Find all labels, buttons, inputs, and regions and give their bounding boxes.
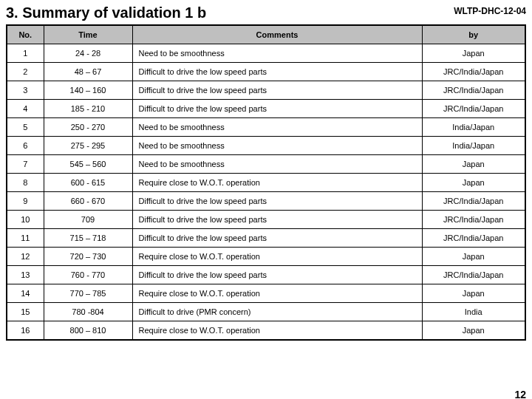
table-row: 124 - 28Need to be smoothnessJapan <box>7 44 525 63</box>
table-row: 13760 - 770Difficult to drive the low sp… <box>7 266 525 284</box>
cell-by: Japan <box>422 321 525 341</box>
table-row: 15780 -804Difficult to drive (PMR concer… <box>7 303 525 321</box>
cell-comments: Difficult to drive (PMR concern) <box>132 303 422 321</box>
cell-time: 715 – 718 <box>44 229 132 248</box>
cell-by: Japan <box>422 248 525 266</box>
cell-no: 14 <box>7 284 44 303</box>
cell-time: 48 – 67 <box>44 63 132 81</box>
cell-by: Japan <box>422 155 525 174</box>
table-header-row: No. Time Comments by <box>7 25 525 44</box>
cell-no: 12 <box>7 248 44 266</box>
cell-comments: Require close to W.O.T. operation <box>132 174 422 192</box>
table-row: 5250 - 270Need to be smoothnessIndia/Jap… <box>7 118 525 137</box>
table-row: 8600 - 615Require close to W.O.T. operat… <box>7 174 525 192</box>
cell-by: Japan <box>422 174 525 192</box>
cell-no: 5 <box>7 118 44 137</box>
table-row: 16800 – 810Require close to W.O.T. opera… <box>7 321 525 341</box>
cell-no: 8 <box>7 174 44 192</box>
cell-comments: Require close to W.O.T. operation <box>132 248 422 266</box>
validation-table: No. Time Comments by 124 - 28Need to be … <box>6 24 526 341</box>
cell-time: 24 - 28 <box>44 44 132 63</box>
cell-no: 9 <box>7 192 44 211</box>
page-header: 3. Summary of validation 1 b WLTP-DHC-12… <box>6 4 526 21</box>
cell-no: 4 <box>7 100 44 118</box>
cell-no: 6 <box>7 137 44 155</box>
cell-comments: Difficult to drive the low speed parts <box>132 211 422 229</box>
cell-time: 770 – 785 <box>44 284 132 303</box>
cell-time: 545 – 560 <box>44 155 132 174</box>
cell-by: JRC/India/Japan <box>422 192 525 211</box>
table-row: 11715 – 718Difficult to drive the low sp… <box>7 229 525 248</box>
cell-time: 720 – 730 <box>44 248 132 266</box>
cell-time: 780 -804 <box>44 303 132 321</box>
table-row: 12720 – 730Require close to W.O.T. opera… <box>7 248 525 266</box>
cell-comments: Require close to W.O.T. operation <box>132 284 422 303</box>
col-header-by: by <box>422 25 525 44</box>
cell-no: 13 <box>7 266 44 284</box>
cell-by: India/Japan <box>422 118 525 137</box>
table-row: 7545 – 560Need to be smoothnessJapan <box>7 155 525 174</box>
cell-time: 250 - 270 <box>44 118 132 137</box>
cell-comments: Difficult to drive the low speed parts <box>132 63 422 81</box>
cell-by: JRC/India/Japan <box>422 229 525 248</box>
cell-by: JRC/India/Japan <box>422 266 525 284</box>
cell-comments: Require close to W.O.T. operation <box>132 321 422 341</box>
cell-comments: Need to be smoothness <box>132 155 422 174</box>
cell-no: 7 <box>7 155 44 174</box>
cell-no: 10 <box>7 211 44 229</box>
cell-time: 185 - 210 <box>44 100 132 118</box>
cell-time: 275 - 295 <box>44 137 132 155</box>
cell-comments: Difficult to drive the low speed parts <box>132 266 422 284</box>
cell-by: JRC/India/Japan <box>422 63 525 81</box>
col-header-no: No. <box>7 25 44 44</box>
cell-comments: Difficult to drive the low speed parts <box>132 100 422 118</box>
table-row: 3140 – 160Difficult to drive the low spe… <box>7 81 525 100</box>
cell-time: 760 - 770 <box>44 266 132 284</box>
col-header-comments: Comments <box>132 25 422 44</box>
cell-no: 1 <box>7 44 44 63</box>
cell-by: India <box>422 303 525 321</box>
cell-comments: Difficult to drive the low speed parts <box>132 192 422 211</box>
cell-by: JRC/India/Japan <box>422 211 525 229</box>
cell-no: 11 <box>7 229 44 248</box>
cell-time: 140 – 160 <box>44 81 132 100</box>
cell-time: 600 - 615 <box>44 174 132 192</box>
cell-comments: Difficult to drive the low speed parts <box>132 81 422 100</box>
table-row: 6275 - 295Need to be smoothnessIndia/Jap… <box>7 137 525 155</box>
cell-no: 15 <box>7 303 44 321</box>
cell-time: 800 – 810 <box>44 321 132 341</box>
page-title: 3. Summary of validation 1 b <box>6 4 206 21</box>
table-row: 14770 – 785Require close to W.O.T. opera… <box>7 284 525 303</box>
cell-comments: Need to be smoothness <box>132 118 422 137</box>
cell-by: Japan <box>422 284 525 303</box>
cell-no: 2 <box>7 63 44 81</box>
cell-comments: Difficult to drive the low speed parts <box>132 229 422 248</box>
cell-comments: Need to be smoothness <box>132 137 422 155</box>
cell-time: 660 - 670 <box>44 192 132 211</box>
table-row: 10709Difficult to drive the low speed pa… <box>7 211 525 229</box>
cell-comments: Need to be smoothness <box>132 44 422 63</box>
cell-time: 709 <box>44 211 132 229</box>
table-row: 4185 - 210Difficult to drive the low spe… <box>7 100 525 118</box>
cell-by: JRC/India/Japan <box>422 100 525 118</box>
col-header-time: Time <box>44 25 132 44</box>
document-id: WLTP-DHC-12-04 <box>454 6 526 16</box>
cell-no: 16 <box>7 321 44 341</box>
table-row: 9660 - 670Difficult to drive the low spe… <box>7 192 525 211</box>
table-row: 248 – 67Difficult to drive the low speed… <box>7 63 525 81</box>
cell-by: India/Japan <box>422 137 525 155</box>
cell-no: 3 <box>7 81 44 100</box>
page-number: 12 <box>514 389 526 399</box>
cell-by: Japan <box>422 44 525 63</box>
cell-by: JRC/India/Japan <box>422 81 525 100</box>
